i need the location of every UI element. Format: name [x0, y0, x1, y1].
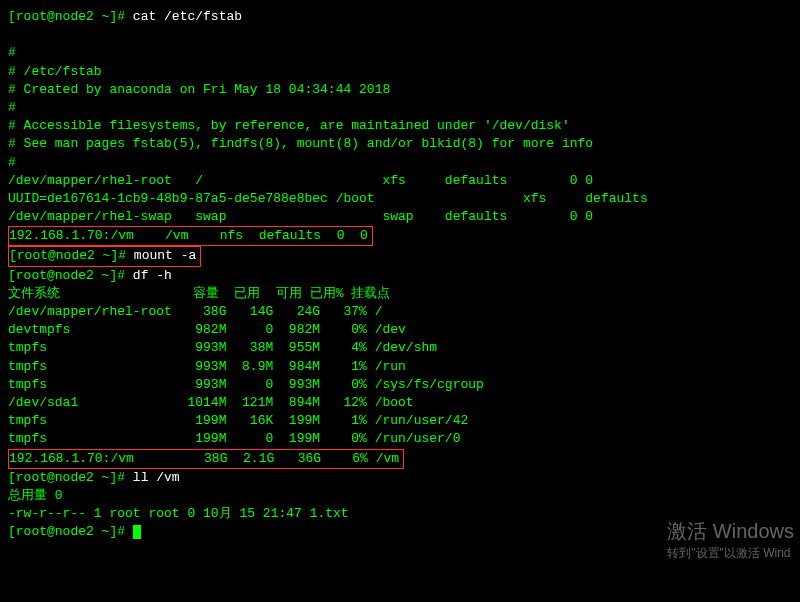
df-row: tmpfs 199M 0 199M 0% /run/user/0: [8, 430, 792, 448]
fstab-comment: #: [8, 154, 792, 172]
prompt-line: [root@node2 ~]# ll /vm: [8, 469, 792, 487]
df-row: tmpfs 993M 38M 955M 4% /dev/shm: [8, 339, 792, 357]
fstab-comment: #: [8, 99, 792, 117]
fstab-comment: # Created by anaconda on Fri May 18 04:3…: [8, 81, 792, 99]
fstab-entry: /dev/mapper/rhel-swap swap swap defaults…: [8, 208, 792, 226]
df-row: /dev/mapper/rhel-root 38G 14G 24G 37% /: [8, 303, 792, 321]
fstab-comment: # Accessible filesystems, by reference, …: [8, 117, 792, 135]
cmd-cat: cat /etc/fstab: [133, 9, 242, 24]
prompt: [root@node2 ~]#: [9, 248, 134, 263]
mount-cmd-highlight: [root@node2 ~]# mount -a: [8, 246, 201, 266]
cmd-ll: ll /vm: [133, 470, 180, 485]
df-row: devtmpfs 982M 0 982M 0% /dev: [8, 321, 792, 339]
fstab-comment: # /etc/fstab: [8, 63, 792, 81]
df-row: tmpfs 199M 16K 199M 1% /run/user/42: [8, 412, 792, 430]
fstab-entry: /dev/mapper/rhel-root / xfs defaults 0 0: [8, 172, 792, 190]
cmd-df: df -h: [133, 268, 172, 283]
ll-total: 总用量 0: [8, 487, 792, 505]
df-row: tmpfs 993M 0 993M 0% /sys/fs/cgroup: [8, 376, 792, 394]
cursor-icon: [133, 525, 141, 539]
df-row: /dev/sda1 1014M 121M 894M 12% /boot: [8, 394, 792, 412]
watermark-title: 激活 Windows: [667, 517, 794, 545]
prompt: [root@node2 ~]#: [8, 268, 133, 283]
df-header: 文件系统 容量 已用 可用 已用% 挂载点: [8, 285, 792, 303]
windows-activation-watermark: 激活 Windows 转到"设置"以激活 Wind: [667, 517, 794, 562]
prompt: [root@node2 ~]#: [8, 9, 133, 24]
prompt-line: [root@node2 ~]# df -h: [8, 267, 792, 285]
blank-line: [8, 26, 792, 44]
fstab-comment: # See man pages fstab(5), findfs(8), mou…: [8, 135, 792, 153]
watermark-subtitle: 转到"设置"以激活 Wind: [667, 545, 794, 562]
prompt: [root@node2 ~]#: [8, 524, 133, 539]
fstab-entry: UUID=de167614-1cb9-48b9-87a5-de5e788e8be…: [8, 190, 792, 208]
df-row: tmpfs 993M 8.9M 984M 1% /run: [8, 358, 792, 376]
fstab-nfs-highlight: 192.168.1.70:/vm /vm nfs defaults 0 0: [8, 226, 373, 246]
prompt: [root@node2 ~]#: [8, 470, 133, 485]
df-nfs-highlight: 192.168.1.70:/vm 38G 2.1G 36G 6% /vm: [8, 449, 404, 469]
fstab-comment: #: [8, 44, 792, 62]
cmd-mount: mount -a: [134, 248, 196, 263]
prompt-line: [root@node2 ~]# cat /etc/fstab: [8, 8, 792, 26]
